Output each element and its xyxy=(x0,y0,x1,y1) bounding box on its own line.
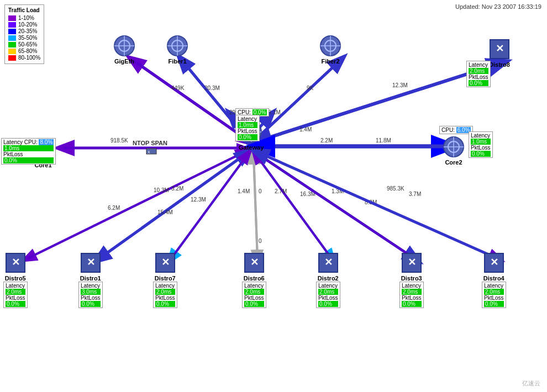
legend-item-5: 50-65% xyxy=(8,41,40,47)
fiber2-label: Fiber2 xyxy=(321,58,339,65)
distro4-label: Distro4 xyxy=(483,275,504,282)
svg-line-31 xyxy=(99,153,246,258)
gateway-pktloss-label: PktLoss xyxy=(238,128,257,134)
distro2-latency-value: 2.0ms xyxy=(318,289,338,295)
svg-text:1.4M: 1.4M xyxy=(238,188,250,194)
node-distro1[interactable]: ✕ Distro1 Latency 3.0ms PktLoss 0.0% xyxy=(78,251,103,308)
svg-line-43 xyxy=(256,155,332,258)
node-distro3[interactable]: ✕ Distro3 Latency 2.0ms PktLoss 0.0% xyxy=(399,251,424,308)
distro2-info: Latency 2.0ms PktLoss 0.0% xyxy=(316,282,340,308)
distro6-label: Distro6 xyxy=(244,275,265,282)
distro4-icon: ✕ xyxy=(482,251,506,274)
svg-text:12.3M: 12.3M xyxy=(191,197,206,203)
svg-line-30 xyxy=(99,153,246,258)
svg-line-47 xyxy=(257,153,414,258)
distro1-label: Distro1 xyxy=(80,275,101,282)
gateway-latency-value: 1.0ms xyxy=(238,122,257,128)
legend-label-7: 80-100% xyxy=(18,55,40,61)
svg-text:9K: 9K xyxy=(307,85,314,91)
fiber1-icon xyxy=(166,34,189,57)
svg-text:2.7M: 2.7M xyxy=(275,188,287,194)
distro8-pktloss-value: 0.0% xyxy=(469,80,488,86)
legend-color-2 xyxy=(8,22,16,28)
distro5-icon: ✕ xyxy=(4,251,27,274)
distro6-latency-value: 2.0ms xyxy=(244,289,264,295)
gateway-latency-box: Latency 1.0ms PktLoss 0.0% xyxy=(235,115,260,141)
distro6-pktloss-value: 0.0% xyxy=(244,301,264,307)
svg-line-6 xyxy=(254,61,340,141)
svg-text:3.2M: 3.2M xyxy=(171,186,183,192)
node-distro8[interactable]: ✕ Distro8 xyxy=(488,38,511,68)
svg-text:0: 0 xyxy=(259,188,262,194)
svg-line-44 xyxy=(256,155,332,258)
svg-line-27 xyxy=(28,152,245,258)
legend-label-2: 10-20% xyxy=(18,22,37,28)
distro2-label: Distro2 xyxy=(318,275,339,282)
svg-text:✕: ✕ xyxy=(161,257,169,268)
distro1-icon: ✕ xyxy=(79,251,102,274)
svg-text:2.2M: 2.2M xyxy=(320,137,333,144)
distro6-pktloss-label: PktLoss xyxy=(244,295,264,301)
svg-line-28 xyxy=(28,152,245,258)
node-gigeth[interactable]: GigEth xyxy=(113,34,136,65)
legend-item-4: 35-50% xyxy=(8,35,40,41)
svg-line-38 xyxy=(254,156,257,258)
svg-text:918.5K: 918.5K xyxy=(111,137,128,144)
distro2-pktloss-value: 0.0% xyxy=(318,301,338,307)
svg-text:✕: ✕ xyxy=(490,257,498,268)
svg-text:3.7M: 3.7M xyxy=(409,191,421,197)
legend-label-3: 20-35% xyxy=(18,28,37,34)
legend-label-6: 65-80% xyxy=(18,48,37,54)
traffic-legend: Traffic Load 1-10% 10-20% 20-35% 35-50% … xyxy=(4,4,44,64)
node-distro4[interactable]: ✕ Distro4 Latency 2.0ms PktLoss 0.0% xyxy=(482,251,506,308)
distro8-label: Distro8 xyxy=(489,61,510,68)
distro2-pktloss-label: PktLoss xyxy=(318,295,338,301)
legend-label-4: 35-50% xyxy=(18,35,37,41)
node-core2[interactable]: Core2 xyxy=(442,135,465,166)
svg-text:449K: 449K xyxy=(171,85,185,91)
distro6-latency-label: Latency xyxy=(244,283,264,289)
node-fiber2[interactable]: Fiber2 xyxy=(319,34,342,65)
svg-text:12.3M: 12.3M xyxy=(392,82,408,88)
svg-text:10.3M: 10.3M xyxy=(154,187,169,193)
distro3-pktloss-label: PktLoss xyxy=(402,295,422,301)
node-fiber1[interactable]: Fiber1 xyxy=(166,34,189,65)
legend-label-5: 50-65% xyxy=(18,41,37,47)
svg-line-48 xyxy=(257,153,414,258)
svg-line-51 xyxy=(258,152,497,258)
node-distro2[interactable]: ✕ Distro2 Latency 2.0ms PktLoss 0.0% xyxy=(316,251,340,308)
distro5-label: Distro5 xyxy=(5,275,26,282)
node-distro7[interactable]: ✕ Distro7 Latency 2.0ms PktLoss 0.0% xyxy=(153,251,177,308)
distro3-latency-label: Latency xyxy=(402,283,422,289)
legend-item-3: 20-35% xyxy=(8,28,40,34)
svg-text:985.3K: 985.3K xyxy=(387,186,404,192)
fiber1-label: Fiber1 xyxy=(168,58,186,65)
distro7-pktloss-label: PktLoss xyxy=(155,295,175,301)
svg-text:✕: ✕ xyxy=(407,257,415,268)
distro4-latency-label: Latency xyxy=(484,283,504,289)
core1-pktloss-value: 0.0% xyxy=(3,157,54,163)
core2-latency-value: 1.0ms xyxy=(471,139,491,145)
distro5-latency-label: Latency xyxy=(6,283,25,289)
fiber2-icon xyxy=(319,34,342,57)
legend-title: Traffic Load xyxy=(8,7,40,13)
svg-text:0: 0 xyxy=(259,238,262,244)
distro8-info: Latency 2.0ms PktLoss 0.0% xyxy=(466,61,491,87)
core1-cpu-label: CPU: xyxy=(24,139,39,145)
svg-text:6.2M: 6.2M xyxy=(108,205,120,211)
node-distro6[interactable]: ✕ Distro6 Latency 2.0ms PktLoss 0.0% xyxy=(242,251,266,308)
legend-color-3 xyxy=(8,29,16,34)
distro8-latency-value: 2.0ms xyxy=(469,68,488,74)
distro6-info: Latency 2.0ms PktLoss 0.0% xyxy=(242,282,266,308)
core2-pktloss-value: 0.0% xyxy=(471,151,491,157)
svg-text:15.4M: 15.4M xyxy=(157,209,173,215)
node-distro5[interactable]: ✕ Distro5 Latency 2.0ms PktLoss 0.0% xyxy=(3,251,28,308)
svg-text:1.3M: 1.3M xyxy=(332,188,344,194)
distro8-latency-label: Latency xyxy=(469,62,488,68)
core2-latency-label: Latency xyxy=(471,133,491,139)
distro4-latency-value: 2.0ms xyxy=(484,289,504,295)
legend-label-1: 1-10% xyxy=(18,15,34,21)
svg-text:X: X xyxy=(148,150,150,154)
legend-item-6: 65-80% xyxy=(8,48,40,54)
distro2-icon: ✕ xyxy=(317,251,340,274)
